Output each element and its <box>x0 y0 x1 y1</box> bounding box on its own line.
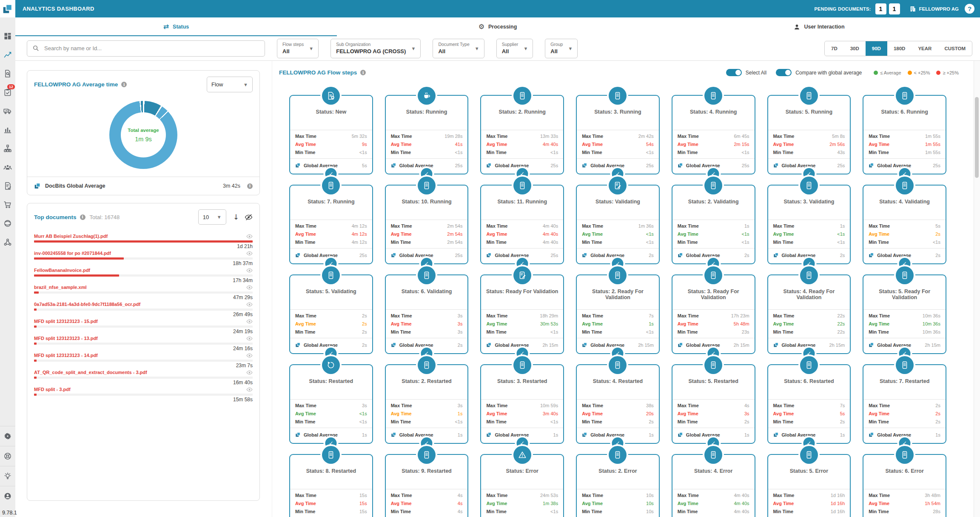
flow-step-card[interactable]: Status: 5. Restarted Max Time4s Avg Time… <box>672 364 755 444</box>
eye-icon[interactable] <box>246 335 253 342</box>
compare-global-average-toggle[interactable] <box>776 69 792 76</box>
flow-step-card[interactable]: Status: Restarted Max Time3s Avg Time<1s… <box>289 364 373 444</box>
document-name[interactable]: AT_QR_code_split_and_extract_documents -… <box>34 370 147 375</box>
filter-supplier[interactable]: Supplier All ▼ <box>496 39 533 58</box>
time-range-custom[interactable]: CUSTOM <box>938 41 972 56</box>
flow-step-card[interactable]: Status: 5. Ready For Validation Max Time… <box>863 274 946 354</box>
scrollbar-thumb[interactable] <box>975 97 979 178</box>
eye-icon[interactable] <box>246 352 253 359</box>
document-name[interactable]: brazil_nfse_sample.xml <box>34 285 87 290</box>
flow-step-card[interactable]: Status: 2. Restarted Max Time3s Avg Time… <box>385 364 469 444</box>
flow-step-card[interactable]: Status: 5. Running Max Time5m 8s Avg Tim… <box>767 95 851 174</box>
flow-step-card[interactable]: Status: 11. Running Max Time4m 40s Avg T… <box>480 185 564 264</box>
document-name[interactable]: inv-000245558 for po #2071844.pdf <box>34 251 111 256</box>
eye-icon[interactable] <box>246 284 253 291</box>
flow-step-card[interactable]: Status: 5. Validating Max Time2s Avg Tim… <box>289 274 373 354</box>
document-name[interactable]: MFD split - 3.pdf <box>34 387 71 392</box>
flow-step-card[interactable]: Status: 6. Restarted Max Time7s Avg Time… <box>767 364 851 444</box>
flow-step-card[interactable]: Status: 4. Restarted Max Time38s Avg Tim… <box>576 364 660 444</box>
pending-count-badge[interactable]: 1 <box>889 3 900 14</box>
tab-processing[interactable]: ⚙Processing <box>337 17 658 36</box>
sidebar-item-document-search-icon[interactable] <box>0 64 15 83</box>
eye-icon[interactable] <box>246 318 253 325</box>
time-range-7d[interactable]: 7D <box>825 41 844 56</box>
flow-step-card[interactable]: Status: 6. Running Max Time1m 55s Avg Ti… <box>863 95 946 174</box>
flow-step-card[interactable]: Status: New Max Time5m 32s Avg Time9s Mi… <box>289 95 373 174</box>
flow-step-card[interactable]: Status: 2. Running Max Time13m 33s Avg T… <box>480 95 564 174</box>
sidebar-item-support-icon[interactable] <box>0 446 15 466</box>
sidebar-item-analytics-icon[interactable] <box>0 46 15 64</box>
flow-step-card[interactable]: Status: 6. Error Max Time3h 48m Avg Time… <box>863 454 946 517</box>
flow-step-card[interactable]: Status: 5. Error Max Time1d 16h Avg Time… <box>767 454 851 517</box>
document-name[interactable]: Murr AB Beispiel Zuschlag(1).pdf <box>34 234 108 239</box>
sidebar-item-document-check-icon[interactable] <box>0 177 15 195</box>
info-icon[interactable]: i <box>247 183 253 189</box>
flow-step-card[interactable]: Status: 4. Running Max Time6m 45s Avg Ti… <box>672 95 755 174</box>
eye-icon[interactable] <box>246 369 253 376</box>
sidebar-item-account-icon[interactable] <box>0 486 15 506</box>
flow-step-card[interactable]: Status: 4. Validating Max Time5s Avg Tim… <box>863 185 946 264</box>
flow-step-card[interactable]: Status: 3. Validating Max Time1s Avg Tim… <box>767 185 851 264</box>
sidebar-item-sitemap-icon[interactable] <box>0 139 15 158</box>
filter-document-type[interactable]: Document Type All ▼ <box>433 39 484 58</box>
docbits-logo[interactable] <box>0 0 15 17</box>
page-size-dropdown[interactable]: 10 ▼ <box>198 209 226 225</box>
sidebar-item-idea-icon[interactable] <box>0 466 15 486</box>
document-name[interactable]: MFD split 123123123 - 14.pdf <box>34 353 98 358</box>
filter-group[interactable]: Group All ▼ <box>545 39 578 58</box>
filter-sub-organization[interactable]: Sub Organization FELLOWPRO AG (CROSS) ▼ <box>330 39 421 58</box>
flow-step-card[interactable]: Status: 3. Running Max Time2m 42s Avg Ti… <box>576 95 660 174</box>
eye-icon[interactable] <box>246 301 253 308</box>
select-all-toggle[interactable] <box>726 69 742 76</box>
sidebar-item-globe-icon[interactable] <box>0 214 15 233</box>
time-range-90d[interactable]: 90D <box>866 41 887 56</box>
flow-step-card[interactable]: Status: 6. Validating Max Time3s Avg Tim… <box>385 274 469 354</box>
eye-icon[interactable] <box>246 233 253 240</box>
flow-step-card[interactable]: Status: 7. Restarted Max Time2s Avg Time… <box>863 364 946 444</box>
filter-flow-steps[interactable]: Flow steps All ▼ <box>277 39 319 58</box>
flow-step-card[interactable]: Status: 3. Restarted Max Time10m 59s Avg… <box>480 364 564 444</box>
eye-off-icon[interactable] <box>245 213 253 221</box>
flow-step-card[interactable]: Status: 9. Restarted Max Time4s Avg Time… <box>385 454 469 517</box>
sidebar-item-bar-chart-icon[interactable] <box>0 120 15 139</box>
flow-step-card[interactable]: Status: 2. Ready For Validation Max Time… <box>576 274 660 354</box>
time-range-30d[interactable]: 30D <box>844 41 866 56</box>
flow-step-card[interactable]: Status: Running Max Time19m 28s Avg Time… <box>385 95 469 174</box>
document-name[interactable]: FellowBananaInvoice.pdf <box>34 268 90 273</box>
document-name[interactable]: MFD split 123123123 - 15.pdf <box>34 319 98 324</box>
sort-descending-icon[interactable]: ↓ <box>233 213 239 221</box>
tab-status[interactable]: ⇄Status <box>15 17 337 36</box>
sidebar-item-truck-icon[interactable] <box>0 102 15 120</box>
flow-step-card[interactable]: Status: 2. Validating Max Time1s Avg Tim… <box>672 185 755 264</box>
sidebar-item-cart-icon[interactable] <box>0 195 15 214</box>
sidebar-item-people-icon[interactable] <box>0 158 15 177</box>
eye-icon[interactable] <box>246 250 253 257</box>
organization-selector[interactable]: FELLOWPRO AG <box>909 6 959 12</box>
sidebar-item-tasks-icon[interactable]: 12 <box>0 83 15 102</box>
info-icon[interactable]: i <box>80 214 85 220</box>
vertical-scrollbar[interactable] <box>974 60 980 517</box>
flow-step-card[interactable]: Status: Error Max Time24m 53s Avg Time1m… <box>480 454 564 517</box>
flow-step-card[interactable]: Status: 8. Restarted Max Time15s Avg Tim… <box>289 454 373 517</box>
flow-step-card[interactable]: Status: 2. Error Max Time10s Avg Time10s… <box>576 454 660 517</box>
flow-step-card[interactable]: Status: 10. Running Max Time2m 54s Avg T… <box>385 185 469 264</box>
flow-step-card[interactable]: Status: Validating Max Time1m 36s Avg Ti… <box>576 185 660 264</box>
document-name[interactable]: MFD split 123123123 - 13.pdf <box>34 336 98 341</box>
help-icon[interactable]: ? <box>965 4 974 14</box>
time-range-180d[interactable]: 180D <box>887 41 912 56</box>
pending-count-badge[interactable]: 1 <box>875 3 886 14</box>
flow-step-card[interactable]: Status: Ready For Validation Max Time18h… <box>480 274 564 354</box>
time-range-year[interactable]: YEAR <box>912 41 938 56</box>
flow-step-card[interactable]: Status: 4. Error Max Time4m 40s Avg Time… <box>672 454 755 517</box>
flow-step-card[interactable]: Status: 4. Ready For Validation Max Time… <box>767 274 851 354</box>
info-icon[interactable]: i <box>121 82 127 87</box>
flow-step-card[interactable]: Status: 3. Ready For Validation Max Time… <box>672 274 755 354</box>
search-input[interactable] <box>43 45 259 52</box>
eye-icon[interactable] <box>246 386 253 393</box>
sidebar-item-dashboard-icon[interactable] <box>0 27 15 46</box>
eye-icon[interactable] <box>246 267 253 274</box>
info-icon[interactable]: i <box>360 70 366 75</box>
tab-user-interaction[interactable]: User Interaction <box>658 17 980 36</box>
document-name[interactable]: 0a7ad53a-2181-4a3d-bfe0-9dc7f1188a56_ocr… <box>34 302 140 307</box>
flow-step-card[interactable]: Status: 7. Running Max Time4m 12s Avg Ti… <box>289 185 373 264</box>
